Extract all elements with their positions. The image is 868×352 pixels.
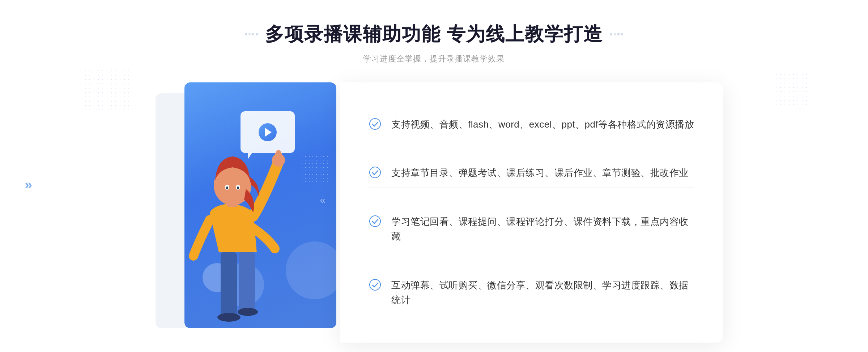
svg-point-9: [237, 186, 239, 189]
dots-decoration-right: [774, 72, 810, 105]
title-decorator-left: [245, 33, 258, 35]
blue-card-dots: [300, 155, 329, 184]
main-content: «: [145, 82, 723, 343]
features-card: 支持视频、音频、flash、word、excel、ppt、pdf等各种格式的资源…: [340, 82, 723, 343]
feature-text-2: 支持章节目录、弹题考试、课后练习、课后作业、章节测验、批改作业: [391, 166, 689, 181]
illustration-area: «: [145, 82, 347, 343]
feature-text-3: 学习笔记回看、课程提问、课程评论打分、课件资料下载，重点内容收藏: [391, 214, 694, 244]
svg-point-10: [272, 154, 285, 167]
svg-point-2: [217, 313, 241, 322]
svg-rect-0: [221, 252, 237, 317]
check-icon-4: [369, 279, 381, 291]
feature-text-1: 支持视频、音频、flash、word、excel、ppt、pdf等各种格式的资源…: [391, 117, 694, 132]
dot-5: [610, 33, 612, 35]
feature-item-2: 支持章节目录、弹题考试、课后练习、课后作业、章节测验、批改作业: [369, 159, 694, 188]
dot-3: [252, 33, 254, 35]
dot-8: [621, 33, 623, 35]
feature-text-4: 互动弹幕、试听购买、微信分享、观看次数限制、学习进度跟踪、数据统计: [391, 278, 694, 308]
svg-point-11: [370, 119, 380, 129]
dot-2: [248, 33, 251, 35]
svg-point-13: [370, 216, 380, 227]
check-icon-3: [369, 215, 381, 227]
dot-4: [256, 33, 258, 35]
feature-item-4: 互动弹幕、试听购买、微信分享、观看次数限制、学习进度跟踪、数据统计: [369, 271, 694, 314]
title-decorator-right: [610, 33, 623, 35]
person-svg: [166, 133, 304, 343]
person-figure: [166, 133, 304, 343]
page-wrapper: » 多项录播课辅助功能 专为线上教学打造 学习进度全掌握，提升录播课教学效果: [0, 0, 868, 352]
title-row: 多项录播课辅助功能 专为线上教学打造: [245, 22, 623, 47]
dots-decoration-left: [83, 69, 130, 112]
blue-card-chevrons: «: [320, 194, 326, 206]
dot-7: [617, 33, 620, 35]
svg-point-12: [370, 167, 380, 178]
chevron-decoration-left: »: [25, 177, 32, 193]
main-title: 多项录播课辅助功能 专为线上教学打造: [265, 22, 603, 47]
svg-point-3: [238, 308, 258, 316]
svg-point-8: [226, 186, 228, 189]
svg-rect-1: [239, 252, 255, 310]
feature-item-3: 学习笔记回看、课程提问、课程评论打分、课件资料下载，重点内容收藏: [369, 208, 694, 251]
check-icon-1: [369, 118, 381, 130]
feature-item-1: 支持视频、音频、flash、word、excel、ppt、pdf等各种格式的资源…: [369, 111, 694, 139]
dot-1: [245, 33, 247, 35]
check-icon-2: [369, 166, 381, 179]
header-section: 多项录播课辅助功能 专为线上教学打造 学习进度全掌握，提升录播课教学效果: [245, 22, 623, 64]
dot-6: [614, 33, 616, 35]
svg-point-14: [370, 279, 380, 290]
subtitle: 学习进度全掌握，提升录播课教学效果: [245, 53, 623, 64]
